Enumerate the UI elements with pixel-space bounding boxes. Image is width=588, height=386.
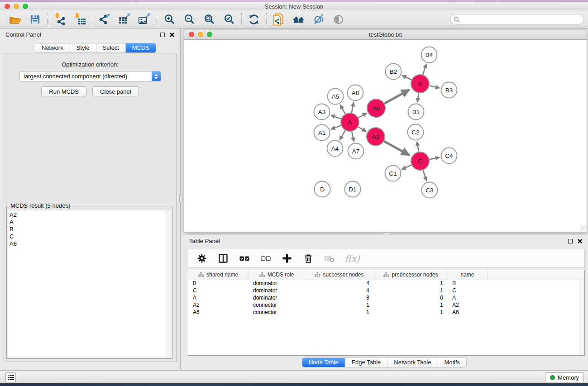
graph-node-A8[interactable]: A8 [348, 85, 363, 101]
graph-node-D[interactable]: D [315, 181, 330, 197]
column-header[interactable]: successor nodes [305, 270, 374, 280]
tab-network-table[interactable]: Network Table [387, 358, 438, 367]
graph-node-A3[interactable]: A3 [314, 104, 330, 120]
graph-edge[interactable] [352, 132, 354, 142]
mcds-result-item[interactable]: C [8, 233, 165, 240]
show-eye-icon[interactable] [332, 13, 345, 26]
tab-edge-table[interactable]: Edge Table [345, 358, 387, 367]
import-table-icon[interactable] [73, 13, 86, 26]
criterion-select[interactable]: largest connected component (directed) [19, 71, 161, 81]
graph-node-B4[interactable]: B4 [421, 47, 437, 63]
mcds-result-item[interactable]: A [8, 219, 165, 226]
add-row-icon[interactable] [281, 253, 293, 264]
split-divider-grip[interactable] [179, 195, 182, 202]
columns-icon[interactable] [217, 253, 229, 264]
table-row[interactable]: Cdominator41C [188, 287, 585, 294]
delete-table-icon[interactable] [324, 253, 335, 264]
table-row[interactable]: Bdominator41B [188, 280, 585, 287]
column-header[interactable]: shared name [188, 270, 249, 280]
function-builder-icon[interactable]: f(x) [345, 253, 360, 263]
graph-edge[interactable] [358, 127, 366, 131]
float-panel-icon[interactable] [160, 33, 165, 37]
graph-edge[interactable] [331, 125, 341, 129]
unselect-all-icon[interactable] [260, 253, 272, 264]
import-network-icon[interactable] [53, 13, 66, 26]
graph-node-C4[interactable]: C4 [441, 148, 457, 164]
run-mcds-button[interactable]: Run MCDS [41, 86, 86, 96]
export-image-icon[interactable] [138, 13, 151, 26]
graph-node-C1[interactable]: C1 [385, 166, 401, 181]
column-header[interactable]: name [448, 270, 487, 280]
graph-node-A2[interactable]: A2 [367, 128, 385, 146]
graph-node-A1[interactable]: A1 [314, 125, 330, 141]
node-table[interactable]: shared nameMCDS rolesuccessor nodesprede… [188, 270, 585, 356]
close-panel-icon[interactable] [577, 238, 583, 244]
zoom-out-icon[interactable] [183, 13, 196, 26]
mcds-result-item[interactable]: A6 [8, 240, 165, 248]
column-header[interactable]: MCDS role [249, 270, 305, 280]
graph-node-A5[interactable]: A5 [328, 89, 344, 105]
mcds-list-scrollbar[interactable] [165, 210, 171, 357]
mcds-result-item[interactable]: B [8, 226, 165, 233]
graph-node-D1[interactable]: D1 [345, 181, 361, 197]
graph-edge[interactable] [359, 113, 367, 118]
save-session-icon[interactable] [29, 13, 41, 26]
column-header[interactable]: predecessor nodes [374, 270, 448, 280]
open-session-icon[interactable] [9, 13, 21, 26]
graph-edge[interactable] [430, 86, 440, 88]
graph-edge[interactable] [417, 142, 419, 152]
network-graph[interactable]: B4B2BB3A5A8A6A3AB1A1C2A2A4A7C4CC1C3DD1 [185, 40, 586, 231]
close-panel-icon[interactable] [169, 32, 175, 38]
graph-node-B[interactable]: B [411, 75, 429, 93]
home-icon[interactable] [292, 13, 305, 26]
graph-edge[interactable] [423, 64, 426, 75]
tab-select[interactable]: Select [96, 43, 126, 52]
refresh-icon[interactable] [248, 13, 260, 26]
zoom-selected-icon[interactable] [223, 13, 235, 26]
export-network-icon[interactable] [98, 13, 111, 26]
graph-edge[interactable] [340, 105, 345, 114]
graph-edge[interactable] [331, 115, 341, 119]
search-input[interactable] [462, 16, 583, 23]
graph-node-C3[interactable]: C3 [422, 182, 438, 198]
table-row[interactable]: A2connector11A2 [188, 301, 585, 309]
zoom-in-icon[interactable] [163, 13, 176, 26]
graph-node-A4[interactable]: A4 [327, 141, 343, 157]
graph-edge[interactable] [384, 141, 409, 155]
memory-button[interactable]: Memory [545, 372, 584, 382]
graph-node-C2[interactable]: C2 [408, 124, 424, 140]
graph-edge[interactable] [402, 165, 411, 170]
select-all-icon[interactable] [239, 253, 250, 264]
graph-node-B3[interactable]: B3 [441, 82, 457, 98]
tab-network[interactable]: Network [35, 43, 70, 52]
table-row[interactable]: Adominator80A [188, 294, 585, 301]
graph-edge[interactable] [417, 93, 419, 102]
tab-style[interactable]: Style [70, 43, 96, 52]
network-window-titlebar[interactable]: testGlobe.txt [184, 29, 587, 40]
mcds-result-list[interactable]: A2ABCA6 [8, 210, 165, 357]
mcds-result-item[interactable]: A2 [8, 211, 165, 219]
graph-edge[interactable] [340, 130, 345, 140]
graph-edge[interactable] [423, 170, 427, 181]
table-scrollbar[interactable] [579, 280, 584, 355]
settings-icon[interactable] [196, 253, 208, 264]
tab-mcds[interactable]: MCDS [126, 43, 156, 52]
copy-network-icon[interactable] [272, 13, 285, 26]
graph-node-B2[interactable]: B2 [386, 64, 402, 80]
hide-network-icon[interactable] [312, 13, 325, 26]
graph-node-B1[interactable]: B1 [408, 104, 424, 120]
search-box[interactable] [450, 14, 584, 24]
graph-edge[interactable] [430, 157, 440, 159]
zoom-fit-icon[interactable] [203, 13, 215, 26]
graph-node-A6[interactable]: A6 [367, 99, 385, 117]
graph-node-A7[interactable]: A7 [348, 143, 364, 159]
float-panel-icon[interactable] [568, 239, 573, 243]
graph-node-C[interactable]: C [411, 152, 429, 170]
graph-node-A[interactable]: A [341, 113, 359, 131]
close-panel-button[interactable]: Close panel [92, 86, 139, 96]
tab-node-table[interactable]: Node Table [302, 358, 345, 367]
graph-edge[interactable] [402, 76, 411, 80]
graph-edge[interactable] [384, 90, 409, 104]
task-history-button[interactable] [5, 372, 16, 382]
table-row[interactable]: A6connector11A6 [188, 309, 585, 316]
